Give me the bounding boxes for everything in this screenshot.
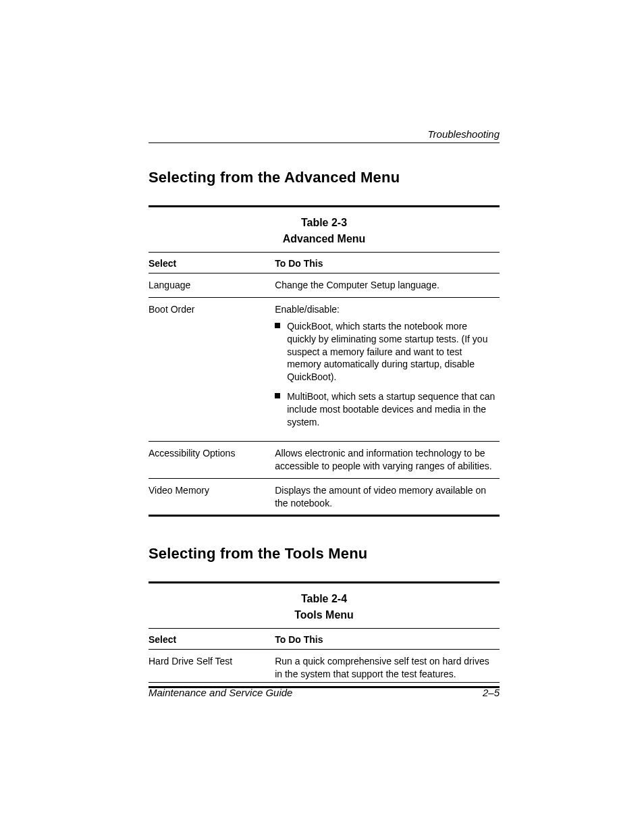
cell-select: Language — [149, 273, 275, 298]
footer-left: Maintenance and Service Guide — [149, 687, 292, 698]
todo-intro: Enable/disable: — [275, 304, 340, 315]
table-header-row: Select To Do This — [149, 253, 500, 273]
cell-todo: Run a quick comprehensive self test on h… — [275, 650, 500, 686]
table-header-row: Select To Do This — [149, 629, 500, 650]
page-content: Troubleshooting Selecting from the Advan… — [149, 128, 500, 716]
bullet-list: QuickBoot, which starts the notebook mor… — [275, 320, 495, 429]
table-row: Video Memory Displays the amount of vide… — [149, 478, 500, 515]
table-tools-menu: Table 2-4 Tools Menu Select To Do This H… — [149, 581, 500, 688]
table-row: Boot Order Enable/disable: QuickBoot, wh… — [149, 297, 500, 441]
col-header-select: Select — [149, 629, 275, 650]
col-header-select: Select — [149, 253, 275, 273]
table-label: Table 2-4 — [149, 593, 500, 605]
col-header-todo: To Do This — [275, 629, 500, 650]
section-title-advanced: Selecting from the Advanced Menu — [149, 169, 500, 186]
table-label: Table 2-3 — [149, 217, 500, 229]
cell-select: Accessibility Options — [149, 441, 275, 478]
footer-right: 2–5 — [483, 687, 500, 698]
table-title: Advanced Menu — [149, 233, 500, 245]
cell-todo: Enable/disable: QuickBoot, which starts … — [275, 297, 500, 441]
section-title-tools: Selecting from the Tools Menu — [149, 545, 500, 563]
page-footer: Maintenance and Service Guide 2–5 — [149, 682, 500, 698]
table-advanced-menu: Table 2-3 Advanced Menu Select To Do Thi… — [149, 205, 500, 517]
table-row: Accessibility Options Allows electronic … — [149, 441, 500, 478]
bullet-item: MultiBoot, which sets a startup sequence… — [275, 390, 495, 429]
cell-select: Boot Order — [149, 297, 275, 441]
bullet-item: QuickBoot, which starts the notebook mor… — [275, 320, 495, 384]
running-header: Troubleshooting — [149, 128, 500, 143]
table-title: Tools Menu — [149, 609, 500, 621]
table-row: Hard Drive Self Test Run a quick compreh… — [149, 650, 500, 686]
cell-todo: Change the Computer Setup language. — [275, 273, 500, 298]
table: Select To Do This Language Change the Co… — [149, 252, 500, 515]
cell-select: Hard Drive Self Test — [149, 650, 275, 686]
col-header-todo: To Do This — [275, 253, 500, 273]
cell-todo: Displays the amount of video memory avai… — [275, 478, 500, 515]
table: Select To Do This Hard Drive Self Test R… — [149, 628, 500, 686]
cell-todo: Allows electronic and information techno… — [275, 441, 500, 478]
table-row: Language Change the Computer Setup langu… — [149, 273, 500, 298]
cell-select: Video Memory — [149, 478, 275, 515]
